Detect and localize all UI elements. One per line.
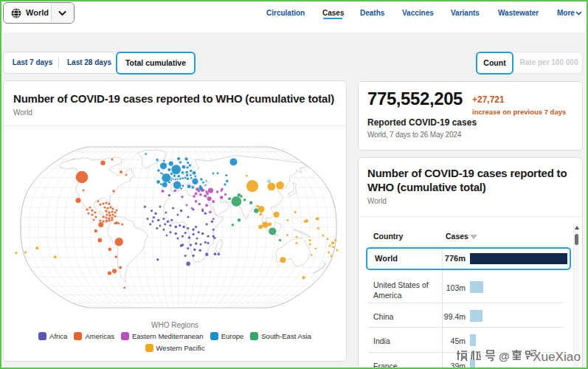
svg-text:XueXiao: XueXiao [533, 349, 581, 364]
svg-text:@: @ [499, 350, 510, 362]
